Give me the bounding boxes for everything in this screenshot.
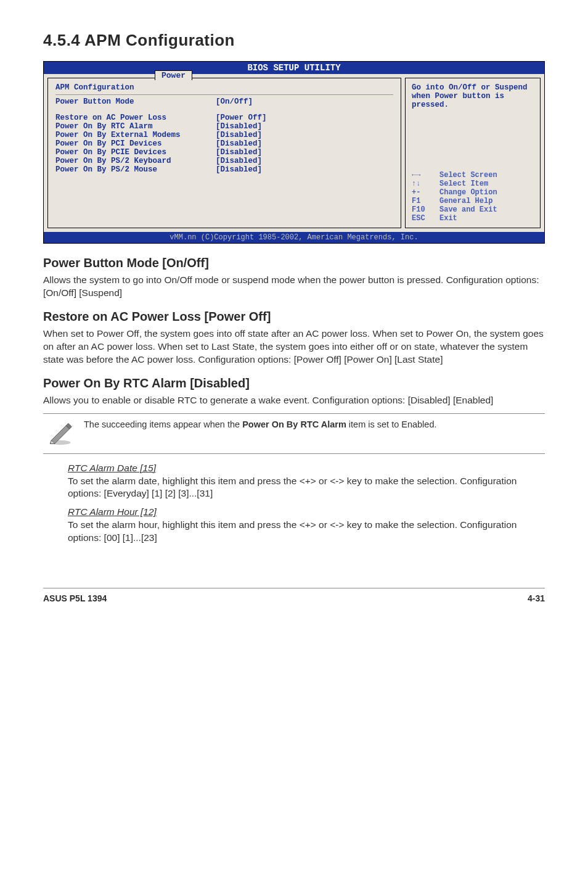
sub-item-title: RTC Alarm Date [15]	[68, 463, 545, 474]
bios-label: Power On By PCIE Devices	[55, 148, 216, 157]
bios-nav-row: ESCExit	[412, 214, 534, 223]
note-bold: Power On By RTC Alarm	[242, 419, 346, 429]
bios-value: [On/Off]	[216, 97, 393, 106]
sub-item-text: To set the alarm date, highlight this it…	[68, 475, 545, 501]
body-text: Allows you to enable or disable RTC to g…	[43, 394, 545, 407]
bios-nav-row: ↑↓Select Item	[412, 179, 534, 188]
bios-label: Power On By RTC Alarm	[55, 122, 216, 131]
bios-row: Power On By PCI Devices [Disabled]	[55, 139, 393, 148]
bios-row: Power On By PS/2 Keyboard [Disabled]	[55, 157, 393, 165]
footer-right: 4-31	[528, 593, 545, 603]
note-block: The succeeding items appear when the Pow…	[43, 413, 545, 454]
bios-nav-action: Save and Exit	[439, 205, 534, 214]
bios-nav-key: +-	[412, 188, 439, 197]
bios-header: BIOS SETUP UTILITY Power	[44, 62, 544, 74]
bios-nav-row: F1General Help	[412, 197, 534, 205]
bios-row: Power On By PS/2 Mouse [Disabled]	[55, 165, 393, 174]
bios-nav-key: F10	[412, 205, 439, 214]
bios-label: Power On By PS/2 Keyboard	[55, 157, 216, 165]
bios-nav-key: ↑↓	[412, 179, 439, 188]
sub-item-title: RTC Alarm Hour [12]	[68, 506, 545, 518]
bios-row: Power Button Mode [On/Off]	[55, 97, 393, 106]
bios-nav-row: F10Save and Exit	[412, 205, 534, 214]
bios-header-text: BIOS SETUP UTILITY	[247, 63, 340, 73]
bios-label: Power Button Mode	[55, 97, 216, 106]
bios-nav-key: ←→	[412, 171, 439, 179]
bios-label: Restore on AC Power Loss	[55, 113, 216, 122]
bios-nav-row: +-Change Option	[412, 188, 534, 197]
bios-config-title: APM Configuration	[55, 83, 393, 92]
bios-nav-action: Change Option	[439, 188, 534, 197]
bios-label: Power On By External Modems	[55, 131, 216, 139]
bios-row: Power On By RTC Alarm [Disabled]	[55, 122, 393, 131]
pencil-icon	[43, 419, 73, 448]
section-heading: 4.5.4 APM Configuration	[43, 31, 545, 50]
bios-label: Power On By PCI Devices	[55, 139, 216, 148]
bios-screenshot: BIOS SETUP UTILITY Power APM Configurati…	[43, 61, 545, 244]
bios-value: [Disabled]	[216, 157, 393, 165]
bios-value: [Power Off]	[216, 113, 393, 122]
subsection-title: Restore on AC Power Loss [Power Off]	[43, 310, 545, 324]
bios-left-panel: APM Configuration Power Button Mode [On/…	[47, 78, 401, 228]
page-footer: ASUS P5L 1394 4-31	[43, 588, 545, 603]
body-text: Allows the system to go into On/Off mode…	[43, 274, 545, 300]
sub-item-text: To set the alarm hour, highlight this it…	[68, 519, 545, 545]
bios-nav-action: General Help	[439, 197, 534, 205]
bios-row: Power On By External Modems [Disabled]	[55, 131, 393, 139]
bios-nav-action: Exit	[439, 214, 534, 223]
footer-left: ASUS P5L 1394	[43, 593, 107, 603]
body-text: When set to Power Off, the system goes i…	[43, 328, 545, 366]
bios-nav-action: Select Screen	[439, 171, 534, 179]
bios-value: [Disabled]	[216, 139, 393, 148]
bios-nav-key: F1	[412, 197, 439, 205]
subsection-title: Power On By RTC Alarm [Disabled]	[43, 376, 545, 390]
bios-right-panel: Go into On/Off or Suspend when Power but…	[405, 78, 541, 228]
bios-row: Restore on AC Power Loss [Power Off]	[55, 113, 393, 122]
bios-nav: ←→Select Screen ↑↓Select Item +-Change O…	[412, 171, 534, 223]
bios-tab-power: Power	[155, 70, 192, 80]
bios-value: [Disabled]	[216, 122, 393, 131]
bios-value: [Disabled]	[216, 165, 393, 174]
bios-footer: vMM.nn (C)Copyright 1985-2002, American …	[44, 232, 544, 243]
bios-value: [Disabled]	[216, 148, 393, 157]
subsection-title: Power Button Mode [On/Off]	[43, 256, 545, 270]
note-prefix: The succeeding items appear when the	[84, 419, 242, 429]
sub-item: RTC Alarm Hour [12] To set the alarm hou…	[68, 506, 545, 545]
sub-item: RTC Alarm Date [15] To set the alarm dat…	[68, 463, 545, 501]
bios-nav-row: ←→Select Screen	[412, 171, 534, 179]
note-text: The succeeding items appear when the Pow…	[84, 419, 545, 431]
bios-hint: Go into On/Off or Suspend when Power but…	[412, 83, 534, 109]
bios-nav-key: ESC	[412, 214, 439, 223]
bios-row: Power On By PCIE Devices [Disabled]	[55, 148, 393, 157]
bios-nav-action: Select Item	[439, 179, 534, 188]
bios-label: Power On By PS/2 Mouse	[55, 165, 216, 174]
note-suffix: item is set to Enabled.	[346, 419, 437, 429]
bios-value: [Disabled]	[216, 131, 393, 139]
